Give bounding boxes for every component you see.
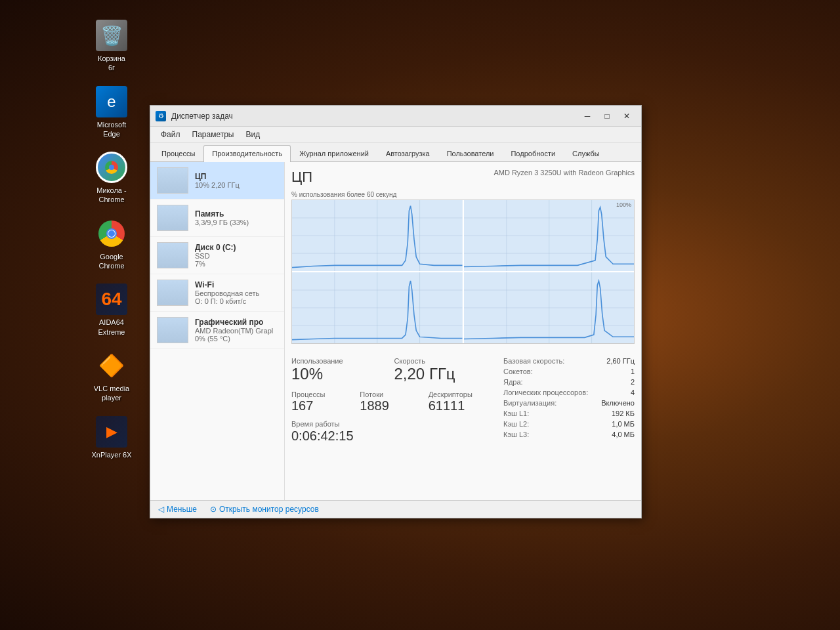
- gpu-sub1: AMD Radeon(TM) Grapl: [195, 327, 278, 335]
- info-base-speed: Базовая скорость: 2,60 ГГц: [503, 357, 635, 365]
- sidebar: ЦП 10% 2,20 ГГц Память 3,3/9,9 ГБ (33%): [150, 162, 285, 500]
- info-logical: Логических процессоров: 4: [503, 388, 635, 396]
- cpu-header: ЦП AMD Ryzen 3 3250U with Radeon Graphic…: [291, 169, 635, 186]
- info-l3: Кэш L3: 4,0 МБ: [503, 430, 635, 438]
- mem-info: Память 3,3/9,9 ГБ (33%): [195, 209, 278, 226]
- threads-label: Потоки: [360, 390, 421, 398]
- cores-key: Ядра:: [503, 378, 523, 386]
- disk-title: Диск 0 (C:): [195, 243, 278, 252]
- l3-key: Кэш L3:: [503, 430, 529, 438]
- l2-val: 1,0 МБ: [612, 420, 635, 428]
- wifi-sub1: Беспроводная сеть: [195, 289, 278, 297]
- speed-value: 2,20 ГГц: [394, 365, 491, 384]
- minimize-button[interactable]: ─: [578, 109, 597, 123]
- logical-val: 4: [631, 388, 635, 396]
- sidebar-item-gpu[interactable]: Графический про AMD Radeon(TM) Grapl 0% …: [150, 312, 284, 349]
- desktop-icon-aida[interactable]: 64 AIDA64Extreme: [85, 284, 138, 337]
- desktop-icon-vlc[interactable]: 🔶 VLC mediaplayer: [85, 350, 138, 403]
- processes-value: 167: [291, 398, 353, 413]
- menu-file[interactable]: Файл: [156, 128, 186, 141]
- graph-100-label-tr: 100%: [616, 201, 631, 208]
- info-l1: Кэш L1: 192 КБ: [503, 410, 635, 417]
- usage-value: 10%: [291, 365, 388, 384]
- gpu-thumb: [157, 317, 188, 343]
- uptime-section: Время работы 0:06:42:15: [291, 420, 490, 444]
- tab-app-log[interactable]: Журнал приложений: [291, 145, 377, 161]
- monitor-icon: ⊙: [210, 505, 217, 514]
- less-label: Меньше: [167, 505, 197, 514]
- wifi-sub2: О: 0 П: 0 кбит/с: [195, 297, 278, 305]
- gpu-sub2: 0% (55 °С): [195, 335, 278, 343]
- sidebar-item-disk[interactable]: Диск 0 (C:) SSD 7%: [150, 237, 284, 274]
- info-virt: Виртуализация: Включено: [503, 399, 635, 407]
- usage-speed-row: Использование 10% Скорость 2,20 ГГц: [291, 357, 490, 384]
- close-button[interactable]: ✕: [618, 109, 636, 123]
- graph-cell-tr: 100%: [464, 200, 635, 271]
- speed-label: Скорость: [394, 357, 491, 365]
- chrome-m-label: Микола -Chrome: [96, 186, 126, 205]
- maximize-button[interactable]: □: [598, 109, 616, 123]
- tab-processes[interactable]: Процессы: [153, 145, 203, 161]
- disk-sub2: 7%: [195, 260, 278, 268]
- tab-users[interactable]: Пользователи: [438, 145, 503, 161]
- sidebar-item-cpu[interactable]: ЦП 10% 2,20 ГГц: [150, 162, 284, 200]
- cpu-title: ЦП: [195, 172, 278, 181]
- tab-bar: Процессы Производительность Журнал прило…: [150, 143, 641, 162]
- right-info: Базовая скорость: 2,60 ГГц Сокетов: 1 Яд…: [503, 357, 635, 444]
- cpu-graphs: 100%: [291, 200, 635, 344]
- desktop-icons: 🗑️ Корзина 6г e MicrosoftEdge Микола -Ch…: [85, 20, 138, 459]
- tab-services[interactable]: Службы: [564, 145, 608, 161]
- descriptors-label: Дескрипторы: [429, 390, 490, 398]
- l1-key: Кэш L1:: [503, 410, 529, 417]
- processes-stat: Процессы 167: [291, 390, 353, 413]
- tab-details[interactable]: Подробности: [502, 145, 564, 161]
- graph-cell-tl: [292, 200, 463, 271]
- mem-sub: 3,3/9,9 ГБ (33%): [195, 219, 278, 226]
- cpu-info: ЦП 10% 2,20 ГГц: [195, 172, 278, 189]
- tab-performance[interactable]: Производительность: [203, 145, 291, 162]
- disk-thumb: [157, 242, 188, 268]
- disk-info: Диск 0 (C:) SSD 7%: [195, 243, 278, 268]
- l3-val: 4,0 МБ: [612, 430, 635, 438]
- desktop-icon-chrome[interactable]: GoogleChrome: [85, 218, 138, 271]
- trash-label: Корзина: [98, 54, 125, 63]
- less-link[interactable]: ◁ Меньше: [158, 505, 197, 514]
- sidebar-item-mem[interactable]: Память 3,3/9,9 ГБ (33%): [150, 200, 284, 237]
- left-stats: Использование 10% Скорость 2,20 ГГц Проц…: [291, 357, 490, 444]
- info-cores: Ядра: 2: [503, 378, 635, 386]
- sockets-val: 1: [631, 368, 635, 375]
- monitor-link[interactable]: ⊙ Открыть монитор ресурсов: [210, 505, 319, 514]
- right-panel: ЦП AMD Ryzen 3 3250U with Radeon Graphic…: [285, 162, 641, 500]
- chrome-label: GoogleChrome: [98, 252, 124, 271]
- menu-view[interactable]: Вид: [240, 128, 265, 141]
- gpu-title: Графический про: [195, 318, 278, 327]
- processes-label: Процессы: [291, 390, 353, 398]
- bottom-bar: ◁ Меньше ⊙ Открыть монитор ресурсов: [150, 500, 641, 518]
- taskmanager-icon: ⚙: [156, 111, 166, 121]
- l1-val: 192 КБ: [612, 410, 635, 417]
- logical-key: Логических процессоров:: [503, 388, 588, 396]
- desktop-icon-chrome-m[interactable]: Микола -Chrome: [85, 152, 138, 205]
- desktop: 🗑️ Корзина 6г e MicrosoftEdge Микола -Ch…: [0, 0, 840, 630]
- cpu-thumb: [157, 167, 188, 194]
- task-manager-window: ⚙ Диспетчер задач ─ □ ✕ Файл Параметры В…: [150, 105, 642, 518]
- l2-key: Кэш L2:: [503, 420, 529, 428]
- window-title: Диспетчер задач: [171, 112, 578, 121]
- desktop-icon-xnplayer[interactable]: ▶ XnPlayer 6X: [85, 416, 138, 459]
- disk-sub1: SSD: [195, 252, 278, 260]
- wifi-thumb: [157, 280, 188, 306]
- mem-thumb: [157, 205, 188, 231]
- descriptors-value: 61111: [429, 398, 490, 413]
- sockets-key: Сокетов:: [503, 368, 533, 375]
- usage-stat: Использование 10%: [291, 357, 388, 384]
- descriptors-stat: Дескрипторы 61111: [429, 390, 490, 413]
- desktop-icon-edge[interactable]: e MicrosoftEdge: [85, 86, 138, 139]
- aida-label: AIDA64Extreme: [98, 318, 125, 337]
- menu-params[interactable]: Параметры: [187, 128, 240, 141]
- graphs-area: % использования более 60 секунд: [291, 191, 635, 350]
- xnplayer-label: XnPlayer 6X: [91, 450, 131, 459]
- tab-autostart[interactable]: Автозагрузка: [377, 145, 438, 161]
- title-bar: ⚙ Диспетчер задач ─ □ ✕: [150, 106, 641, 127]
- sidebar-item-wifi[interactable]: Wi-Fi Беспроводная сеть О: 0 П: 0 кбит/с: [150, 274, 284, 312]
- desktop-icon-trash[interactable]: 🗑️ Корзина 6г: [85, 20, 138, 73]
